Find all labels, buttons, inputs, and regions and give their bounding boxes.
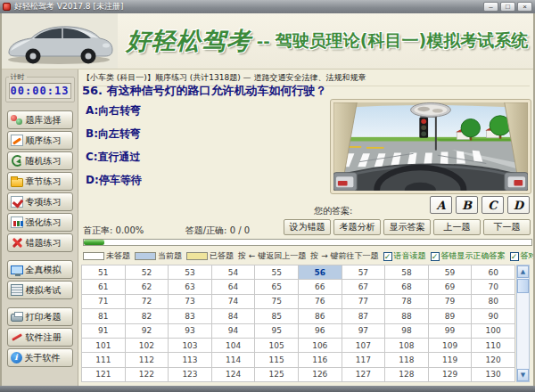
grid-cell-70[interactable]: 70 [472, 280, 515, 294]
grid-cell-108[interactable]: 108 [385, 338, 429, 352]
grid-cell-86[interactable]: 86 [298, 309, 342, 323]
grid-cell-64[interactable]: 64 [211, 280, 255, 294]
grid-cell-115[interactable]: 115 [255, 353, 299, 367]
grid-cell-82[interactable]: 82 [125, 309, 169, 323]
grid-cell-129[interactable]: 129 [428, 367, 472, 381]
option-C[interactable]: C:直行通过 [86, 150, 142, 165]
answer-button-C[interactable]: C [482, 196, 504, 214]
grid-cell-99[interactable]: 99 [428, 323, 472, 338]
grid-cell-87[interactable]: 87 [342, 309, 385, 323]
grid-cell-62[interactable]: 62 [125, 280, 169, 294]
sidebar-button-register[interactable]: 软件注册 [7, 328, 73, 347]
sidebar-button-print[interactable]: 打印考题 [7, 307, 73, 326]
grid-cell-107[interactable]: 107 [342, 338, 385, 352]
grid-cell-51[interactable]: 51 [82, 265, 126, 280]
grid-cell-116[interactable]: 116 [298, 353, 342, 367]
sidebar-button-mock-exam[interactable]: 模拟考试 [7, 281, 73, 299]
grid-cell-110[interactable]: 110 [472, 338, 515, 352]
scrollbar-thumb[interactable] [517, 279, 529, 293]
scrollbar-track[interactable] [517, 293, 529, 369]
grid-cell-66[interactable]: 66 [298, 280, 342, 294]
grid-cell-92[interactable]: 92 [125, 323, 169, 338]
grid-cell-89[interactable]: 89 [428, 309, 472, 323]
grid-cell-72[interactable]: 72 [125, 294, 169, 308]
grid-cell-104[interactable]: 104 [211, 338, 255, 352]
grid-cell-78[interactable]: 78 [385, 294, 429, 308]
grid-cell-114[interactable]: 114 [211, 353, 255, 367]
grid-cell-121[interactable]: 121 [82, 367, 126, 381]
grid-cell-83[interactable]: 83 [169, 309, 212, 323]
grid-cell-91[interactable]: 91 [82, 323, 126, 338]
set-wrong-button[interactable]: 设为错题 [284, 219, 331, 235]
grid-cell-111[interactable]: 111 [82, 353, 126, 367]
grid-cell-55[interactable]: 55 [255, 265, 299, 280]
grid-cell-59[interactable]: 59 [428, 265, 472, 280]
option-A[interactable]: A:向右转弯 [86, 103, 142, 118]
grid-cell-94[interactable]: 94 [211, 323, 255, 338]
answer-button-B[interactable]: B [456, 196, 478, 214]
grid-cell-58[interactable]: 58 [385, 265, 429, 280]
grid-cell-75[interactable]: 75 [255, 294, 299, 308]
grid-cell-122[interactable]: 122 [125, 367, 169, 381]
grid-cell-112[interactable]: 112 [125, 353, 169, 367]
grid-cell-52[interactable]: 52 [125, 265, 169, 280]
grid-cell-63[interactable]: 63 [169, 280, 212, 294]
grid-cell-126[interactable]: 126 [298, 367, 342, 381]
grid-cell-130[interactable]: 130 [472, 367, 515, 381]
sidebar-button-chapter-practice[interactable]: 章节练习 [7, 172, 73, 191]
grid-cell-53[interactable]: 53 [169, 265, 212, 280]
sidebar-button-random-practice[interactable]: 随机练习 [7, 151, 73, 170]
checkbox-option-2[interactable]: ✓答对转下一题 [510, 250, 535, 262]
grid-cell-67[interactable]: 67 [342, 280, 385, 294]
sidebar-button-about[interactable]: 关于软件 [7, 348, 73, 367]
grid-cell-57[interactable]: 57 [342, 265, 385, 280]
minimize-button[interactable]: – [483, 2, 498, 12]
sidebar-button-question-bank[interactable]: 题库选择 [7, 110, 73, 129]
grid-cell-96[interactable]: 96 [298, 323, 342, 338]
option-D[interactable]: D:停车等待 [86, 173, 142, 188]
sidebar-button-intensive-practice[interactable]: 强化练习 [7, 213, 73, 232]
grid-cell-98[interactable]: 98 [385, 323, 429, 338]
grid-cell-124[interactable]: 124 [211, 367, 255, 381]
grid-cell-118[interactable]: 118 [385, 353, 429, 367]
question-analysis-button[interactable]: 考题分析 [333, 219, 381, 235]
previous-question-button[interactable]: 上一题 [433, 219, 481, 235]
grid-cell-106[interactable]: 106 [298, 338, 342, 352]
grid-cell-68[interactable]: 68 [385, 280, 429, 294]
grid-cell-77[interactable]: 77 [342, 294, 385, 308]
grid-cell-65[interactable]: 65 [255, 280, 299, 294]
grid-cell-73[interactable]: 73 [169, 294, 212, 308]
sidebar-button-special-practice[interactable]: 专项练习 [7, 192, 73, 211]
grid-cell-101[interactable]: 101 [82, 338, 126, 352]
grid-cell-128[interactable]: 128 [385, 367, 429, 381]
close-button[interactable]: × [517, 2, 532, 12]
sidebar-button-sequential-practice[interactable]: 顺序练习 [7, 131, 73, 150]
grid-cell-125[interactable]: 125 [255, 367, 299, 381]
grid-cell-60[interactable]: 60 [472, 265, 515, 280]
grid-cell-102[interactable]: 102 [125, 338, 169, 352]
answer-button-A[interactable]: A [430, 196, 452, 214]
grid-cell-56[interactable]: 56 [298, 265, 342, 280]
next-question-button[interactable]: 下一题 [483, 219, 531, 235]
grid-cell-123[interactable]: 123 [169, 367, 212, 381]
grid-cell-76[interactable]: 76 [298, 294, 342, 308]
grid-cell-119[interactable]: 119 [428, 353, 472, 367]
grid-cell-113[interactable]: 113 [169, 353, 212, 367]
maximize-button[interactable]: □ [500, 2, 515, 12]
grid-cell-109[interactable]: 109 [428, 338, 472, 352]
grid-cell-127[interactable]: 127 [342, 367, 385, 381]
grid-cell-93[interactable]: 93 [169, 323, 212, 338]
checkbox-option-1[interactable]: ✓答错显示正确答案 [431, 250, 506, 262]
sidebar-button-wrong-question-practice[interactable]: 错题练习 [7, 233, 73, 252]
grid-cell-71[interactable]: 71 [82, 294, 126, 308]
grid-cell-79[interactable]: 79 [428, 294, 472, 308]
checkbox-option-0[interactable]: ✓语音读题 [383, 250, 426, 262]
show-answer-button[interactable]: 显示答案 [383, 219, 431, 235]
grid-cell-84[interactable]: 84 [211, 309, 255, 323]
grid-cell-100[interactable]: 100 [472, 323, 515, 338]
grid-cell-117[interactable]: 117 [342, 353, 385, 367]
grid-cell-95[interactable]: 95 [255, 323, 299, 338]
grid-cell-61[interactable]: 61 [82, 280, 126, 294]
grid-cell-80[interactable]: 80 [472, 294, 515, 308]
grid-cell-97[interactable]: 97 [342, 323, 385, 338]
